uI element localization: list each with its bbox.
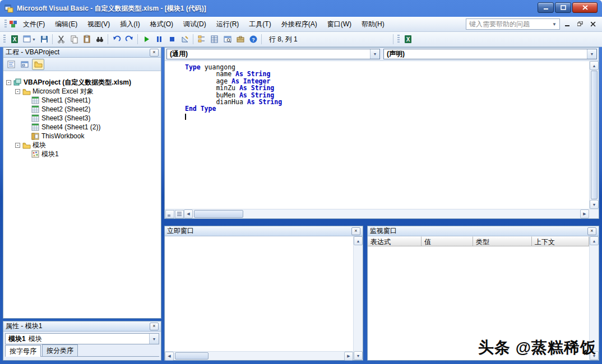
reset-button[interactable] — [165, 33, 178, 45]
scroll-up-icon[interactable]: ▲ — [590, 61, 599, 70]
watch-close-button[interactable]: × — [587, 227, 596, 235]
insert-object-dropdown-icon[interactable]: ▼ — [32, 38, 36, 41]
docked-toolbar-excel-icon[interactable]: X — [402, 33, 415, 45]
immediate-editor[interactable] — [165, 236, 353, 351]
project-tree[interactable]: -VBAProject (自定义数据类型.xlsm)-Microsoft Exc… — [3, 71, 161, 318]
cut-button[interactable] — [54, 33, 67, 45]
mdi-minimize-button[interactable] — [562, 19, 573, 29]
help-search-input[interactable]: 键入需要帮助的问题 ▼ — [466, 18, 560, 30]
tree-item[interactable]: 模块1 — [3, 150, 161, 158]
properties-titlebar[interactable]: 属性 - 模块1 × — [3, 321, 161, 332]
properties-combo-dropdown-icon[interactable]: ▼ — [149, 334, 159, 344]
watch-column-header[interactable]: 上下文 — [532, 236, 589, 246]
scroll-thumb[interactable] — [591, 71, 598, 199]
maximize-button[interactable] — [555, 2, 571, 13]
immediate-horizontal-scrollbar[interactable]: ◀ ▶ — [165, 351, 353, 360]
scroll-down-icon[interactable]: ▼ — [590, 200, 599, 209]
insert-object-button[interactable]: ▼ — [21, 33, 38, 45]
menu-item[interactable]: 插入(I) — [115, 17, 145, 32]
code-vertical-scrollbar[interactable]: ▲ ▼ — [589, 61, 599, 209]
menu-item[interactable]: 工具(T) — [244, 17, 276, 32]
immediate-close-button[interactable]: × — [351, 227, 360, 235]
menu-item[interactable]: 格式(O) — [145, 17, 178, 32]
tree-expander-icon[interactable]: - — [15, 143, 20, 148]
tree-expander-icon[interactable]: - — [6, 80, 11, 85]
tree-item[interactable]: -模块 — [3, 141, 161, 150]
view-object-button[interactable] — [18, 59, 31, 70]
find-button[interactable] — [93, 33, 106, 45]
scroll-right-icon[interactable]: ▶ — [344, 352, 353, 361]
properties-close-button[interactable]: × — [150, 323, 159, 330]
properties-object-combo[interactable]: 模块1 模块 ▼ — [5, 333, 159, 344]
menu-item[interactable]: 编辑(E) — [50, 17, 82, 32]
project-explorer-close-button[interactable]: × — [150, 49, 159, 57]
project-explorer-titlebar[interactable]: 工程 - VBAProject × — [3, 48, 161, 58]
scroll-left-icon[interactable]: ◀ — [165, 352, 174, 361]
copy-button[interactable] — [67, 33, 80, 45]
save-button[interactable] — [38, 33, 50, 45]
object-combo-dropdown-icon[interactable]: ▼ — [370, 49, 379, 59]
menu-item[interactable]: 视图(V) — [82, 17, 115, 32]
help-search-dropdown-icon[interactable]: ▼ — [552, 22, 557, 27]
toolbar-grip[interactable] — [3, 35, 6, 44]
mdi-close-button[interactable] — [587, 19, 599, 29]
properties-window-button[interactable] — [208, 33, 221, 45]
procedure-combo[interactable]: (声明) ▼ — [383, 49, 597, 59]
menubar-grip[interactable] — [4, 20, 7, 29]
scroll-up-icon[interactable]: ▲ — [354, 236, 363, 245]
run-button[interactable] — [140, 33, 152, 45]
tree-item[interactable]: Sheet2 (Sheet2) — [3, 105, 161, 114]
menu-item[interactable]: 外接程序(A) — [276, 17, 322, 32]
code-editor[interactable]: Type yuangong name As String age As Inte… — [165, 61, 589, 209]
view-excel-button[interactable]: X — [8, 33, 21, 45]
watch-titlebar[interactable]: 监视窗口 × — [368, 226, 599, 236]
view-code-button[interactable] — [5, 59, 17, 70]
mdi-restore-button[interactable] — [575, 19, 586, 29]
toggle-folders-button[interactable] — [32, 59, 44, 70]
menu-item[interactable]: 帮助(H) — [356, 17, 390, 32]
scroll-track[interactable] — [210, 352, 344, 360]
menu-item[interactable]: 调试(D) — [178, 17, 211, 32]
watch-column-header[interactable]: 类型 — [473, 236, 532, 246]
undo-button[interactable] — [110, 33, 123, 45]
scroll-left-icon[interactable]: ◀ — [184, 209, 193, 218]
scroll-down-icon[interactable]: ▼ — [354, 351, 363, 360]
scroll-thumb[interactable] — [194, 210, 243, 218]
scroll-track[interactable] — [590, 245, 599, 351]
tree-item[interactable]: Sheet3 (Sheet3) — [3, 114, 161, 123]
tree-item[interactable]: -Microsoft Excel 对象 — [3, 87, 161, 96]
scroll-up-icon[interactable]: ▲ — [590, 236, 599, 245]
close-button[interactable] — [572, 2, 598, 13]
project-explorer-button[interactable] — [195, 33, 208, 45]
scroll-track[interactable] — [244, 209, 580, 218]
full-module-view-button[interactable] — [175, 210, 184, 218]
toolbox-button[interactable] — [234, 33, 247, 45]
scroll-thumb[interactable] — [175, 352, 209, 360]
watch-column-header[interactable]: 表达式 — [368, 236, 422, 246]
title-bar[interactable]: Microsoft Visual Basic - 自定义数据类型.xlsm - … — [0, 0, 602, 17]
scroll-track[interactable] — [354, 245, 363, 351]
properties-tab[interactable]: 按字母序 — [5, 345, 41, 357]
immediate-titlebar[interactable]: 立即窗口 × — [165, 226, 363, 236]
design-mode-button[interactable] — [178, 33, 191, 45]
tree-item[interactable]: Sheet1 (Sheet1) — [3, 96, 161, 105]
tree-item[interactable]: ThisWorkbook — [3, 132, 161, 141]
tree-item[interactable]: Sheet4 (Sheet1 (2)) — [3, 123, 161, 132]
redo-button[interactable] — [123, 33, 136, 45]
help-button[interactable]: ? — [247, 33, 260, 45]
immediate-vertical-scrollbar[interactable]: ▲ ▼ — [353, 236, 363, 360]
minimize-button[interactable] — [538, 2, 554, 13]
properties-tab[interactable]: 按分类序 — [42, 344, 78, 356]
docked-toolbar-grip[interactable] — [397, 35, 400, 44]
object-combo[interactable]: (通用) ▼ — [166, 49, 380, 59]
procedure-view-button[interactable] — [165, 210, 174, 218]
watch-column-header[interactable]: 值 — [422, 236, 473, 246]
code-horizontal-scrollbar[interactable]: ◀ ▶ — [184, 209, 589, 218]
menu-item[interactable]: 运行(R) — [211, 17, 244, 32]
tree-expander-icon[interactable]: - — [15, 89, 20, 94]
paste-button[interactable] — [80, 33, 93, 45]
procedure-combo-dropdown-icon[interactable]: ▼ — [587, 49, 596, 59]
tree-item[interactable]: -VBAProject (自定义数据类型.xlsm) — [3, 78, 161, 87]
menu-item[interactable]: 文件(F) — [18, 17, 50, 32]
scroll-right-icon[interactable]: ▶ — [580, 209, 589, 218]
